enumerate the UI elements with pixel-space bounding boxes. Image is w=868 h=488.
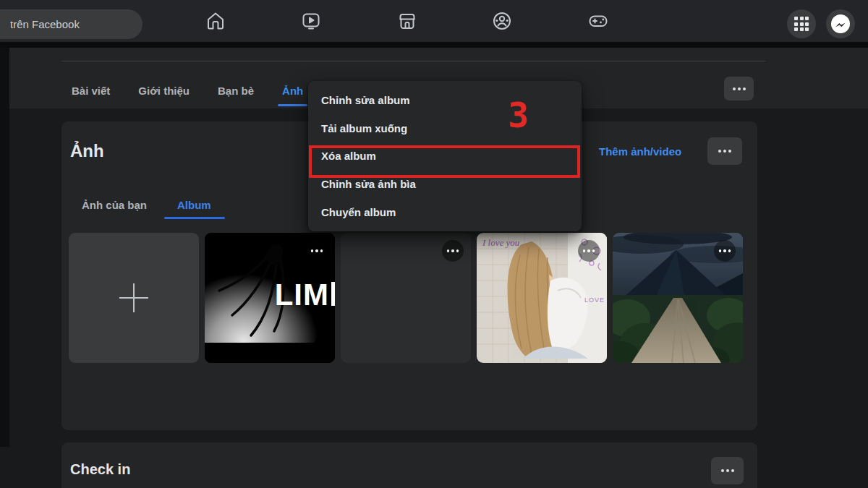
apps-menu-button[interactable] xyxy=(787,9,816,38)
photos-more-button[interactable] xyxy=(707,137,742,165)
messenger-icon xyxy=(827,11,854,37)
active-tab-underline xyxy=(164,217,225,219)
menu-item-edit-album[interactable]: Chỉnh sửa album xyxy=(308,86,582,114)
messenger-button[interactable] xyxy=(826,9,855,38)
album-card-create: Tạo album xyxy=(69,233,200,363)
tab-albums[interactable]: Album xyxy=(177,190,211,219)
album-options-menu: Chỉnh sửa album Tải album xuống Xóa albu… xyxy=(308,81,582,231)
create-album-tile[interactable] xyxy=(69,233,199,363)
album-cover-untitled[interactable] xyxy=(341,233,471,363)
checkin-more-button[interactable] xyxy=(711,457,744,484)
menu-item-move-album[interactable]: Chuyển album xyxy=(308,198,582,226)
groups-icon xyxy=(491,10,513,32)
nav-home-tab[interactable] xyxy=(195,4,236,38)
gaming-icon xyxy=(587,10,609,32)
watch-icon xyxy=(300,10,322,32)
cover-text-clipped-letter xyxy=(331,282,335,306)
cover-text-2: LOVE xyxy=(584,296,605,304)
search-placeholder: trên Facebook xyxy=(0,18,80,30)
album-options-button[interactable] xyxy=(306,240,328,262)
apps-grid-icon xyxy=(794,17,809,31)
divider xyxy=(61,61,765,61)
nav-marketplace-tab[interactable] xyxy=(387,4,427,38)
checkin-title: Check in xyxy=(70,461,130,478)
add-photo-video-link[interactable]: Thêm ảnh/video xyxy=(599,145,681,158)
album-cover-game[interactable]: LIM xyxy=(205,233,335,363)
album-cover-cover-photos[interactable] xyxy=(613,233,743,363)
menu-item-download-album[interactable]: Tải album xuống xyxy=(308,114,582,142)
profile-tabs: Bài viết Giới thiệu Bạn bè Ảnh xyxy=(70,74,305,106)
window-left-edge xyxy=(0,48,9,447)
album-options-button[interactable] xyxy=(442,240,464,262)
photos-title: Ảnh xyxy=(70,141,104,161)
menu-item-delete-album[interactable]: Xóa album xyxy=(308,142,582,171)
cover-text: I love you xyxy=(482,237,519,249)
facebook-photos-page: trên Facebook xyxy=(0,0,868,488)
album-cover-profile-pictures[interactable]: I love you LOVE xyxy=(477,233,607,363)
ellipsis-icon xyxy=(311,249,323,252)
cover-text: LIM xyxy=(275,278,329,312)
plus-icon xyxy=(119,283,148,312)
tab-ban-be[interactable]: Bạn bè xyxy=(216,74,255,106)
marketplace-icon xyxy=(396,10,418,32)
tab-anh[interactable]: Ảnh xyxy=(281,74,305,106)
album-card-profile-pictures: I love you LOVE Ảnh đại diện 4 mục xyxy=(477,233,608,363)
album-card-cover-photos: Ảnh bìa 1 mục xyxy=(613,233,744,363)
nav-watch-tab[interactable] xyxy=(291,4,331,38)
album-card-untitled: Album chưa đặt tên xyxy=(341,233,472,363)
menu-item-edit-cover-photo[interactable]: Chỉnh sửa ảnh bìa xyxy=(308,170,582,198)
tab-gioi-thieu[interactable]: Giới thiệu xyxy=(137,74,191,106)
topbar-separator xyxy=(0,42,868,48)
album-card-game: LIM Game 9 mục xyxy=(205,233,336,363)
album-options-button[interactable] xyxy=(578,240,600,262)
top-navigation-bar: trên Facebook xyxy=(0,0,868,42)
nav-gaming-tab[interactable] xyxy=(578,4,618,38)
ellipsis-icon xyxy=(583,249,595,252)
ellipsis-icon xyxy=(718,150,731,153)
album-options-button[interactable] xyxy=(714,240,736,262)
tab-your-photos[interactable]: Ảnh của bạn xyxy=(82,190,147,219)
home-icon xyxy=(205,10,226,32)
ellipsis-icon xyxy=(733,87,746,90)
checkin-panel: Check in xyxy=(61,442,757,488)
ellipsis-icon xyxy=(447,249,459,252)
ellipsis-icon xyxy=(721,469,734,472)
profile-more-button[interactable] xyxy=(724,77,754,100)
nav-groups-tab[interactable] xyxy=(482,4,522,38)
tab-bai-viet[interactable]: Bài viết xyxy=(70,74,111,106)
search-input[interactable]: trên Facebook xyxy=(0,9,142,39)
ellipsis-icon xyxy=(719,249,731,252)
